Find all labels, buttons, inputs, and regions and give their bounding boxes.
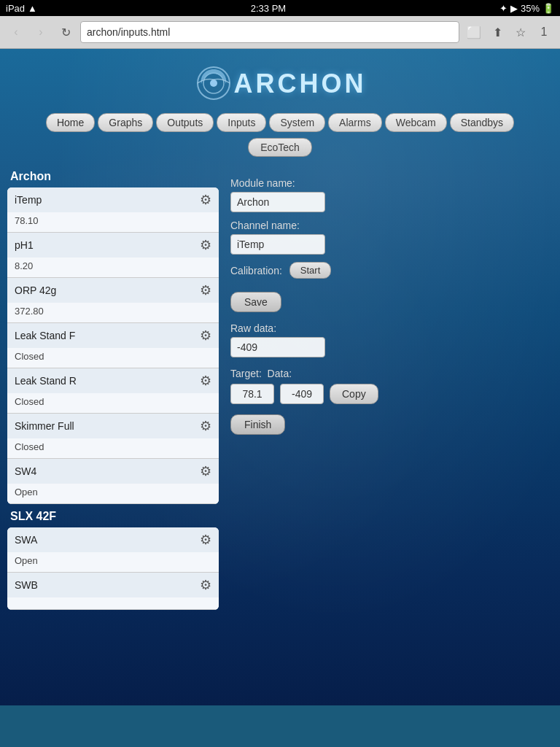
nav-system[interactable]: System — [269, 113, 325, 132]
target-data-label: Target: Data: — [230, 368, 553, 379]
bookmark-icon[interactable]: ☆ — [510, 22, 531, 42]
nav-inputs[interactable]: Inputs — [217, 113, 266, 132]
nav-outputs[interactable]: Outputs — [156, 113, 214, 132]
channel-orp42g-name: ORP 42g — [15, 285, 56, 296]
time-display: 2:33 PM — [251, 3, 286, 14]
channel-leak-stand-r-value: Closed — [7, 393, 219, 413]
nav-home[interactable]: Home — [46, 113, 95, 132]
target-value-input[interactable] — [230, 384, 274, 404]
channel-ph1: pH1 ⚙ 8.20 — [7, 233, 219, 278]
channel-skimmer-full-gear[interactable]: ⚙ — [200, 418, 211, 434]
refresh-button[interactable]: ↻ — [55, 22, 76, 42]
channel-itemp-gear[interactable]: ⚙ — [200, 192, 211, 208]
target-section: Target: Data: Copy — [230, 368, 553, 404]
channel-leak-stand-f-gear[interactable]: ⚙ — [200, 328, 211, 344]
archon-logo-icon — [194, 63, 234, 104]
svg-point-2 — [210, 80, 217, 87]
carrier-text: iPad — [6, 3, 25, 14]
back-button[interactable]: ‹ — [6, 22, 26, 42]
battery-icon: 🔋 — [542, 3, 554, 14]
raw-data-label: Raw data: — [230, 322, 553, 334]
browser-toolbar: ‹ › ↻ archon/inputs.html ⬜ ⬆ ☆ 1 — [0, 16, 560, 48]
save-button[interactable]: Save — [230, 292, 281, 312]
channel-itemp-name: iTemp — [15, 194, 42, 206]
channel-leak-stand-r: Leak Stand R ⚙ Closed — [7, 368, 219, 414]
channel-skimmer-full-name: Skimmer Full — [15, 420, 74, 432]
calibration-label: Calibration: — [230, 265, 282, 276]
channel-swa-value: Open — [7, 552, 219, 572]
channel-skimmer-full-header: Skimmer Full ⚙ — [7, 414, 219, 438]
archon-section: Archon iTemp ⚙ 78.10 pH1 ⚙ — [7, 170, 219, 504]
raw-data-input[interactable] — [230, 337, 325, 357]
nav-alarms[interactable]: Alarms — [328, 113, 382, 132]
ocean-background: ARCHON Home Graphs Outputs Inputs System… — [0, 49, 560, 705]
channel-leak-stand-r-name: Leak Stand R — [15, 375, 77, 387]
status-left: iPad ▲ — [6, 3, 37, 14]
channel-itemp-header: iTemp ⚙ — [7, 187, 219, 212]
channel-itemp-value: 78.10 — [7, 212, 219, 232]
channel-leak-stand-r-gear[interactable]: ⚙ — [200, 373, 211, 389]
module-name-label: Module name: — [230, 177, 553, 189]
url-bar[interactable]: archon/inputs.html — [80, 21, 459, 43]
channel-orp42g-value: 372.80 — [7, 303, 219, 322]
channel-sw4-name: SW4 — [15, 465, 36, 477]
channel-leak-stand-f-header: Leak Stand F ⚙ — [7, 323, 219, 348]
nav-bar: Home Graphs Outputs Inputs System Alarms… — [7, 107, 553, 135]
channel-sw4-gear[interactable]: ⚙ — [200, 463, 211, 479]
wifi-icon: ▲ — [28, 3, 37, 14]
channel-skimmer-full: Skimmer Full ⚙ Closed — [7, 414, 219, 459]
url-text: archon/inputs.html — [87, 26, 170, 38]
status-right: ✦ ▶ 35% 🔋 — [499, 3, 554, 14]
channel-swb-gear[interactable]: ⚙ — [200, 577, 211, 593]
channel-leak-stand-f: Leak Stand F ⚙ Closed — [7, 323, 219, 368]
channel-sw4-value: Open — [7, 484, 219, 503]
copy-button[interactable]: Copy — [330, 384, 378, 404]
channel-leak-stand-f-value: Closed — [7, 348, 219, 368]
channel-swb-value — [7, 597, 219, 609]
calibration-row: Calibration: Start — [230, 262, 553, 279]
nav-webcam[interactable]: Webcam — [385, 113, 447, 132]
bluetooth-icon: ✦ — [499, 3, 508, 14]
calibration-start-button[interactable]: Start — [289, 262, 331, 279]
channel-swb-header: SWB ⚙ — [7, 573, 219, 597]
nav-standbys[interactable]: Standbys — [450, 113, 514, 132]
tabs-button[interactable]: 1 — [534, 22, 554, 42]
nav-graphs[interactable]: Graphs — [98, 113, 153, 132]
right-panel: Module name: Channel name: Calibration: … — [230, 170, 553, 616]
slx42f-section: SLX 42F SWA ⚙ Open SWB ⚙ — [7, 510, 219, 610]
module-name-input[interactable] — [230, 192, 325, 212]
channel-swa-name: SWA — [15, 534, 37, 546]
channel-leak-stand-r-header: Leak Stand R ⚙ — [7, 368, 219, 393]
channel-ph1-header: pH1 ⚙ — [7, 233, 219, 258]
nav-ecotech[interactable]: EcoTech — [248, 138, 312, 157]
channel-itemp: iTemp ⚙ 78.10 — [7, 187, 219, 233]
battery-text: 35% — [521, 3, 540, 14]
upload-icon[interactable]: ⬆ — [487, 22, 508, 42]
slx42f-section-title: SLX 42F — [7, 510, 219, 523]
channel-swb: SWB ⚙ — [7, 573, 219, 610]
forward-button[interactable]: › — [31, 22, 51, 42]
channel-swa-header: SWA ⚙ — [7, 527, 219, 552]
archon-module-group: iTemp ⚙ 78.10 pH1 ⚙ 8.20 — [7, 187, 219, 504]
main-content: Archon iTemp ⚙ 78.10 pH1 ⚙ — [7, 163, 553, 623]
channel-sw4: SW4 ⚙ Open — [7, 459, 219, 504]
channel-orp42g-header: ORP 42g ⚙ — [7, 278, 219, 303]
slx42f-module-group: SWA ⚙ Open SWB ⚙ — [7, 527, 219, 610]
channel-swa-gear[interactable]: ⚙ — [200, 532, 211, 548]
channel-swb-name: SWB — [15, 579, 38, 591]
channel-ph1-gear[interactable]: ⚙ — [200, 237, 211, 253]
channel-swa: SWA ⚙ Open — [7, 527, 219, 573]
channel-ph1-value: 8.20 — [7, 258, 219, 277]
data-value-input[interactable] — [280, 384, 324, 404]
channel-orp42g-gear[interactable]: ⚙ — [200, 282, 211, 298]
left-panel: Archon iTemp ⚙ 78.10 pH1 ⚙ — [7, 170, 219, 616]
signal-icon: ▶ — [510, 3, 518, 14]
channel-leak-stand-f-name: Leak Stand F — [15, 330, 75, 341]
channel-name-input[interactable] — [230, 234, 325, 255]
logo-area: ARCHON — [7, 56, 553, 107]
channel-sw4-header: SW4 ⚙ — [7, 459, 219, 484]
logo-text: ARCHON — [234, 69, 367, 99]
share-icon[interactable]: ⬜ — [464, 22, 484, 42]
finish-button[interactable]: Finish — [230, 414, 285, 435]
channel-orp42g: ORP 42g ⚙ 372.80 — [7, 278, 219, 323]
